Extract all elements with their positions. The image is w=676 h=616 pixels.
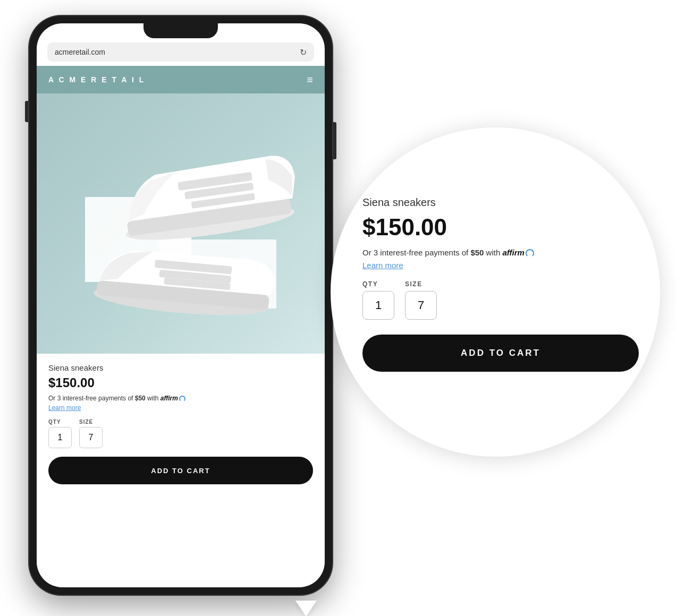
- zoom-affirm-amount: $50: [470, 248, 484, 257]
- learn-more-link-small[interactable]: Learn more: [48, 404, 313, 412]
- product-price-small: $150.00: [48, 375, 313, 390]
- zoom-product-name: Siena sneakers: [362, 196, 639, 209]
- hamburger-icon[interactable]: ≡: [307, 74, 313, 85]
- qty-size-row-small: QTY 1 SIZE 7: [48, 419, 313, 448]
- zoom-affirm-suffix: with: [484, 248, 502, 257]
- zoom-affirm-text: Or 3 interest-free payments of $50 with …: [362, 248, 639, 258]
- product-image-svg: [53, 101, 308, 346]
- zoom-affirm-logo: affirm: [502, 248, 524, 257]
- url-text: acmeretail.com: [55, 48, 105, 56]
- zoom-bubble-tail: [295, 601, 317, 616]
- zoom-size-group: SIZE 7: [405, 280, 437, 320]
- site-header: A C M E R E T A I L ≡: [37, 66, 325, 93]
- size-box-small[interactable]: 7: [79, 427, 103, 448]
- zoom-size-value: 7: [418, 298, 424, 312]
- zoom-affirm-circle: [526, 249, 534, 258]
- zoom-size-box[interactable]: 7: [405, 291, 437, 320]
- zoom-qty-label: QTY: [362, 280, 394, 288]
- affirm-logo-small: affirm: [160, 395, 178, 402]
- zoom-add-to-cart-button[interactable]: ADD TO CART: [362, 335, 639, 372]
- phone-notch: [143, 23, 218, 38]
- website-content: A C M E R E T A I L ≡: [37, 66, 325, 587]
- product-info: Siena sneakers $150.00 Or 3 interest-fre…: [37, 354, 325, 494]
- qty-group-small: QTY 1: [48, 419, 72, 448]
- size-group-small: SIZE 7: [79, 419, 103, 448]
- zoom-qty-size-row: QTY 1 SIZE 7: [362, 280, 639, 320]
- affirm-circle-small: [179, 396, 185, 402]
- size-label-small: SIZE: [79, 419, 103, 425]
- product-image-area: [37, 93, 325, 354]
- qty-value-small: 1: [58, 433, 63, 442]
- affirm-amount: $50: [135, 395, 146, 402]
- qty-label-small: QTY: [48, 419, 72, 425]
- scene: acmeretail.com ↻ A C M E R E T A I L ≡: [0, 0, 676, 616]
- affirm-text-small: Or 3 interest-free payments of $50 with …: [48, 395, 313, 402]
- affirm-prefix: Or 3 interest-free payments of: [48, 395, 135, 402]
- add-to-cart-button-small[interactable]: ADD TO CART: [48, 457, 313, 484]
- zoom-qty-value: 1: [375, 298, 382, 312]
- zoom-bubble: Siena sneakers $150.00 Or 3 interest-fre…: [331, 127, 660, 457]
- zoom-size-label: SIZE: [405, 280, 437, 288]
- zoom-learn-more-link[interactable]: Learn more: [362, 261, 639, 270]
- size-value-small: 7: [89, 433, 94, 442]
- reload-icon[interactable]: ↻: [300, 47, 307, 57]
- phone-screen: acmeretail.com ↻ A C M E R E T A I L ≡: [37, 23, 325, 587]
- zoom-qty-box[interactable]: 1: [362, 291, 394, 320]
- site-logo: A C M E R E T A I L: [48, 75, 145, 84]
- phone-shell: acmeretail.com ↻ A C M E R E T A I L ≡: [29, 16, 332, 595]
- zoom-affirm-prefix: Or 3 interest-free payments of: [362, 248, 470, 257]
- zoom-qty-group: QTY 1: [362, 280, 394, 320]
- zoom-content: Siena sneakers $150.00 Or 3 interest-fre…: [362, 196, 639, 372]
- affirm-suffix: with: [146, 395, 160, 402]
- qty-box-small[interactable]: 1: [48, 427, 72, 448]
- address-bar: acmeretail.com ↻: [47, 42, 314, 62]
- zoom-product-price: $150.00: [362, 214, 639, 241]
- product-name-small: Siena sneakers: [48, 363, 313, 372]
- zoom-name-partial: Siena sneakers: [362, 196, 436, 208]
